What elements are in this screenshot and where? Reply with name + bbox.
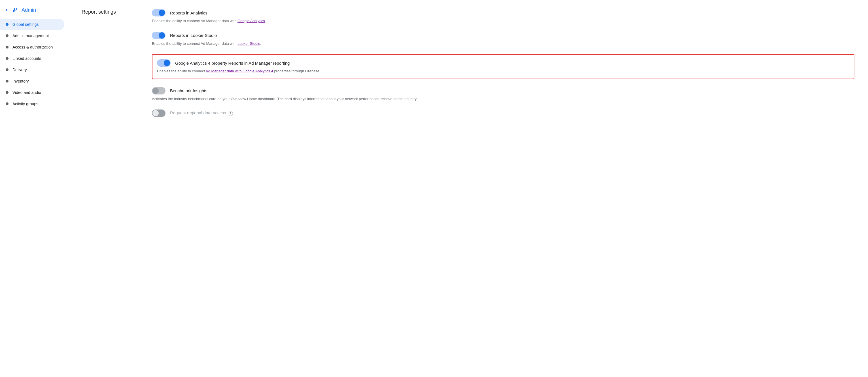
sidebar-item-delivery[interactable]: Delivery xyxy=(0,64,64,76)
setting-desc-ga4-reports: Enables the ability to connect Ad Manage… xyxy=(157,68,849,74)
toggle-benchmark-insights[interactable] xyxy=(152,87,165,94)
nav-dot-icon xyxy=(6,80,8,83)
toggle-thumb xyxy=(159,32,165,38)
sidebar-item-label: Global settings xyxy=(12,22,39,27)
setting-header-reports-analytics: Reports in Analytics xyxy=(152,9,855,17)
admin-label: Admin xyxy=(22,7,36,13)
settings-row: Report settings Reports in AnalyticsEnab… xyxy=(82,9,855,125)
nav-dot-icon xyxy=(6,23,8,26)
nav-dot-icon xyxy=(6,68,8,71)
setting-header-reports-looker: Reports in Looker Studio xyxy=(152,32,855,39)
wrench-search-icon xyxy=(11,6,19,13)
chevron-down-icon: ▾ xyxy=(6,8,7,12)
setting-label-ga4-reports: Google Analytics 4 property Reports in A… xyxy=(175,61,290,65)
sidebar-item-label: Linked accounts xyxy=(12,56,41,61)
settings-content: Reports in AnalyticsEnables the ability … xyxy=(152,9,855,125)
sidebar-item-inventory[interactable]: Inventory xyxy=(0,76,64,87)
section-title: Report settings xyxy=(82,9,138,15)
sidebar-item-label: Ads.txt management xyxy=(12,33,49,38)
toggle-reports-analytics[interactable] xyxy=(152,9,165,17)
setting-item-ga4-reports: Google Analytics 4 property Reports in A… xyxy=(152,54,855,79)
setting-link-ga4-reports[interactable]: Ad Manager data with Google Analytics 4 xyxy=(206,69,273,73)
setting-desc-benchmark-insights: Activates the Industry benchmarks card o… xyxy=(152,96,855,102)
toggle-thumb xyxy=(152,88,159,94)
sidebar-item-video-audio[interactable]: Video and audio xyxy=(0,87,64,98)
help-icon[interactable]: ? xyxy=(228,111,233,116)
sidebar-item-ads-txt[interactable]: Ads.txt management xyxy=(0,30,64,41)
setting-label-regional-data: Request regional data access? xyxy=(170,110,233,116)
setting-desc-reports-analytics: Enables the ability to connect Ad Manage… xyxy=(152,18,855,24)
setting-item-reports-looker: Reports in Looker StudioEnables the abil… xyxy=(152,32,855,47)
sidebar-item-label: Inventory xyxy=(12,79,29,83)
setting-header-benchmark-insights: Benchmark Insights xyxy=(152,87,855,94)
toggle-regional-data[interactable] xyxy=(152,110,165,117)
setting-item-benchmark-insights: Benchmark InsightsActivates the Industry… xyxy=(152,87,855,102)
toggle-reports-looker[interactable] xyxy=(152,32,165,39)
admin-nav-item[interactable]: ▾ Admin xyxy=(0,3,68,19)
setting-link-reports-analytics[interactable]: Google Analytics xyxy=(238,19,265,23)
toggle-thumb xyxy=(152,110,159,116)
sidebar-nav: Global settingsAds.txt managementAccess … xyxy=(0,19,68,110)
nav-dot-icon xyxy=(6,91,8,94)
sidebar-item-linked-accounts[interactable]: Linked accounts xyxy=(0,53,64,64)
setting-label-benchmark-insights: Benchmark Insights xyxy=(170,88,208,93)
setting-desc-reports-looker: Enables the ability to connect Ad Manage… xyxy=(152,41,855,47)
toggle-thumb xyxy=(164,60,170,66)
setting-header-regional-data: Request regional data access? xyxy=(152,110,855,117)
setting-label-reports-analytics: Reports in Analytics xyxy=(170,10,208,15)
setting-link-reports-looker[interactable]: Looker Studio xyxy=(238,41,260,46)
sidebar-item-label: Delivery xyxy=(12,67,27,72)
sidebar-item-label: Activity groups xyxy=(12,102,38,106)
sidebar: ▾ Admin Global settingsAds.txt managemen… xyxy=(0,0,68,377)
setting-label-reports-looker: Reports in Looker Studio xyxy=(170,33,217,38)
setting-header-ga4-reports: Google Analytics 4 property Reports in A… xyxy=(157,59,849,67)
setting-item-regional-data: Request regional data access? xyxy=(152,110,855,117)
toggle-ga4-reports[interactable] xyxy=(157,59,170,67)
toggle-thumb xyxy=(159,10,165,16)
setting-item-reports-analytics: Reports in AnalyticsEnables the ability … xyxy=(152,9,855,24)
sidebar-item-global-settings[interactable]: Global settings xyxy=(0,19,64,30)
sidebar-item-label: Video and audio xyxy=(12,90,41,95)
nav-dot-icon xyxy=(6,103,8,105)
sidebar-item-activity-groups[interactable]: Activity groups xyxy=(0,98,64,110)
sidebar-item-label: Access & authorization xyxy=(12,45,53,49)
sidebar-item-access-auth[interactable]: Access & authorization xyxy=(0,41,64,53)
svg-point-0 xyxy=(13,10,15,12)
nav-dot-icon xyxy=(6,57,8,60)
main-content: Report settings Reports in AnalyticsEnab… xyxy=(68,0,868,377)
nav-dot-icon xyxy=(6,46,8,49)
nav-dot-icon xyxy=(6,34,8,37)
